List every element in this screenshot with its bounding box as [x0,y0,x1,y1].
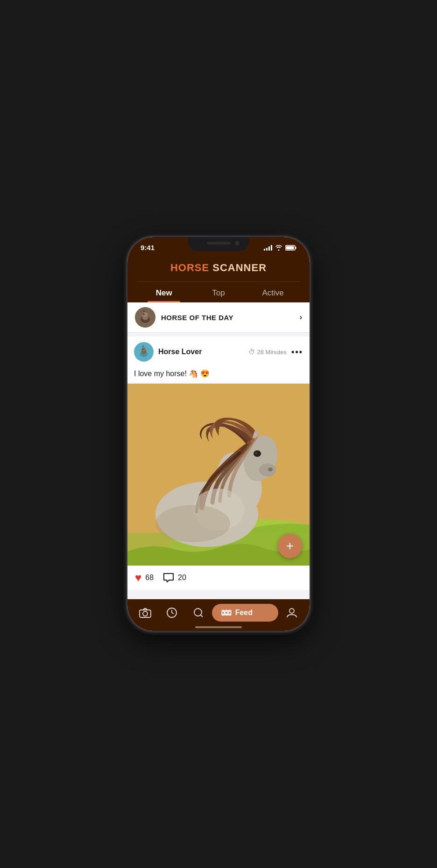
svg-rect-2 [286,246,294,249]
home-indicator [195,626,242,628]
hotd-chevron: › [300,313,302,322]
notch-speaker [207,242,230,245]
time-icon: ⏱ [248,348,255,356]
nav-feed-label: Feed [235,609,253,617]
user-avatar [134,342,154,362]
svg-line-30 [201,615,203,617]
post-time: ⏱ 28 Minutes [248,348,287,356]
hotd-text: HORSE OF THE DAY [161,314,300,322]
heart-icon: ♥ [135,571,141,584]
nav-profile[interactable] [278,605,305,620]
svg-point-20 [259,463,276,476]
tab-active[interactable]: Active [246,282,300,302]
nav-search[interactable] [185,605,212,620]
app-title: HORSE SCANNER [137,260,300,281]
svg-point-32 [225,611,228,614]
time-label: 28 Minutes [257,349,287,356]
fab-icon: + [286,539,294,553]
post-card: Horse Lover ⏱ 28 Minutes ••• I love my h… [127,336,310,590]
notch-camera [235,241,240,245]
wifi-icon [275,245,282,251]
svg-point-31 [222,611,225,614]
battery-icon [285,245,296,251]
like-button[interactable]: ♥ 68 [135,571,154,584]
app-title-scanner: SCANNER [209,262,267,273]
user-name: Horse Lover [158,348,248,356]
notch [188,237,249,251]
hotd-banner[interactable]: HORSE OF THE DAY › [127,302,310,333]
post-actions: ♥ 68 20 [127,566,310,590]
fab-button[interactable]: + [278,534,302,558]
post-header: Horse Lover ⏱ 28 Minutes ••• [127,336,310,367]
post-image: + [127,384,310,566]
comment-icon [163,573,174,583]
nav-camera[interactable] [132,606,159,620]
tab-new[interactable]: New [137,282,191,302]
nav-history[interactable] [159,605,185,620]
post-menu-button[interactable]: ••• [291,347,303,357]
feed-icon [221,609,232,617]
like-count: 68 [145,574,154,582]
comment-count: 20 [178,574,186,582]
signal-bar-2 [266,248,268,251]
signal-bar-1 [264,249,265,251]
profile-icon [287,607,297,618]
screen: 9:41 HORSE SC [127,237,310,631]
status-icons [264,245,296,251]
history-icon [166,607,177,618]
tab-top[interactable]: Top [191,282,246,302]
post-caption: I love my horse! 🐴 😍 [127,367,310,384]
svg-point-29 [194,609,202,616]
app-header: HORSE SCANNER New Top Active [127,255,310,302]
phone-frame: 9:41 HORSE SC [127,237,310,631]
signal-bar-4 [271,245,272,251]
svg-point-7 [143,314,145,315]
svg-point-34 [289,609,294,613]
svg-rect-1 [296,246,296,249]
svg-point-12 [142,349,143,350]
svg-point-27 [143,611,148,616]
search-icon [193,607,204,618]
svg-point-23 [255,452,258,455]
status-time: 9:41 [141,244,155,252]
hotd-avatar [135,307,155,328]
app-title-horse: HORSE [170,262,209,273]
camera-icon [139,608,151,618]
comment-button[interactable]: 20 [163,573,186,583]
tabs: New Top Active [137,281,300,302]
svg-point-25 [155,505,230,542]
content: HORSE OF THE DAY › [127,302,310,599]
signal-bars [264,245,272,251]
svg-point-33 [228,611,231,614]
nav-feed-button[interactable]: Feed [212,604,278,622]
signal-bar-3 [268,246,270,251]
